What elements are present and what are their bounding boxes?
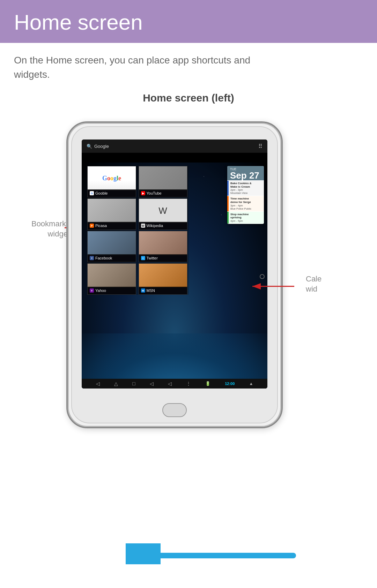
- calendar-label: Calewid: [306, 274, 321, 293]
- picasa-name: Picasa: [95, 224, 107, 228]
- page-header: Home screen: [0, 0, 377, 43]
- msn-thumb: [139, 264, 187, 287]
- page-subtitle: On the Home screen, you can place app sh…: [0, 43, 279, 85]
- bookmark-msn[interactable]: M MSN: [139, 263, 187, 295]
- yahoo-name: Yahoo: [95, 288, 106, 293]
- navigation-bar: ◁ △ □ ◁ ◁ ⋮ 🔋 12:00 ▲: [82, 379, 267, 389]
- tablet-screen: 🔍 Google ⠿ Google G Gooble: [82, 140, 267, 389]
- volume-down-nav-icon[interactable]: ◁: [150, 381, 154, 386]
- youtube-name: YouTube: [147, 191, 162, 195]
- picasa-favicon: P: [90, 224, 94, 228]
- calendar-day: TUE: [230, 167, 261, 171]
- bookmarks-annotation: Bookmarkswidget: [0, 219, 70, 239]
- gooble-name: Gooble: [95, 191, 108, 195]
- tablet-shell: 🔍 Google ⠿ Google G Gooble: [66, 121, 283, 428]
- wikipedia-label: W Wikipedia: [139, 222, 187, 229]
- twitter-thumb: [139, 231, 187, 255]
- volume-up-nav-icon[interactable]: ◁: [168, 381, 172, 386]
- blue-arrow: [126, 543, 314, 564]
- msn-favicon: M: [141, 288, 145, 293]
- picasa-label: P Picasa: [88, 222, 136, 229]
- yahoo-label: Y Yahoo: [88, 287, 136, 294]
- bookmarks-widget: Google G Gooble ▶ YouTube: [87, 166, 188, 295]
- search-icon: 🔍: [87, 144, 92, 149]
- msn-name: MSN: [147, 288, 155, 293]
- bookmarks-label: Bookmarkswidget: [0, 219, 70, 239]
- calendar-event-2: Time machinedemo for Serge 3pm - 4pmBlue…: [227, 196, 264, 211]
- tablet-device: 🔍 Google ⠿ Google G Gooble: [66, 121, 283, 428]
- bookmark-youtube[interactable]: ▶ YouTube: [139, 166, 187, 197]
- event-1-detail: 2pm - 3pmMountain View: [230, 188, 262, 195]
- google-search-bar[interactable]: 🔍 Google: [87, 144, 109, 149]
- menu-nav-icon[interactable]: ⋮: [186, 381, 191, 386]
- facebook-thumb: [88, 231, 136, 255]
- recents-nav-icon[interactable]: □: [132, 381, 135, 386]
- wikipedia-thumb: W: [139, 199, 187, 223]
- twitter-name: Twitter: [147, 256, 158, 260]
- wikipedia-favicon: W: [141, 224, 145, 228]
- home-physical-button[interactable]: [162, 403, 187, 417]
- calendar-date: Sep 27: [230, 171, 261, 180]
- event-2-detail: 3pm - 4pmBlue Police Public: [230, 204, 262, 210]
- facebook-label: f Facebook: [88, 254, 136, 262]
- clock-display: 12:00: [225, 382, 235, 386]
- google-label: Google: [94, 144, 109, 149]
- event-3-detail: 4pm - 5pm: [230, 219, 262, 223]
- calendar-header: TUE Sep 27: [227, 166, 264, 180]
- gooble-thumb: Google: [88, 166, 136, 190]
- facebook-name: Facebook: [95, 256, 112, 260]
- section-label: Home screen (left): [0, 92, 377, 104]
- calendar-widget: TUE Sep 27 Bake Cookies &Make ic Cream 2…: [227, 166, 264, 224]
- youtube-thumb: [139, 166, 187, 190]
- battery-icon: 🔋: [205, 381, 210, 386]
- screen-topbar: 🔍 Google ⠿: [82, 140, 267, 153]
- calendar-annotation: Calewid: [306, 274, 321, 294]
- wikipedia-name: Wikipedia: [147, 224, 163, 228]
- wifi-icon: ▲: [249, 381, 253, 386]
- youtube-favicon: ▶: [141, 191, 145, 195]
- gooble-favicon: G: [90, 191, 94, 195]
- calendar-arrow: [240, 282, 303, 291]
- yahoo-thumb: [88, 264, 136, 287]
- msn-label: M MSN: [139, 287, 187, 294]
- event-1-title: Bake Cookies &Make ic Cream: [230, 182, 262, 188]
- event-2-title: Time machinedemo for Serge: [230, 197, 262, 204]
- bookmark-yahoo[interactable]: Y Yahoo: [87, 263, 136, 295]
- bookmark-facebook[interactable]: f Facebook: [87, 231, 136, 262]
- home-nav-icon[interactable]: △: [114, 381, 118, 386]
- yahoo-favicon: Y: [90, 288, 94, 293]
- facebook-favicon: f: [90, 256, 94, 260]
- bookmark-picasa[interactable]: P Picasa: [87, 198, 136, 230]
- twitter-label: t Twitter: [139, 254, 187, 262]
- bookmark-gooble[interactable]: Google G Gooble: [87, 166, 136, 197]
- bookmark-twitter[interactable]: t Twitter: [139, 231, 187, 262]
- calendar-event-1: Bake Cookies &Make ic Cream 2pm - 3pmMou…: [227, 181, 264, 196]
- gooble-label: G Gooble: [88, 189, 136, 197]
- back-nav-icon[interactable]: ◁: [96, 381, 100, 386]
- page-title: Home screen: [14, 10, 363, 35]
- calendar-event-3: Stop machineuprising 4pm - 5pm: [227, 212, 264, 224]
- bookmark-wikipedia[interactable]: W W Wikipedia: [139, 198, 187, 230]
- content-area: Bookmarkswidget 🔍: [0, 111, 377, 588]
- twitter-favicon: t: [141, 256, 145, 260]
- camera-side-button[interactable]: [260, 274, 265, 279]
- youtube-label: ▶ YouTube: [139, 189, 187, 197]
- event-3-title: Stop machineuprising: [230, 213, 262, 219]
- picasa-thumb: [88, 199, 136, 223]
- apps-grid-icon[interactable]: ⠿: [258, 143, 263, 150]
